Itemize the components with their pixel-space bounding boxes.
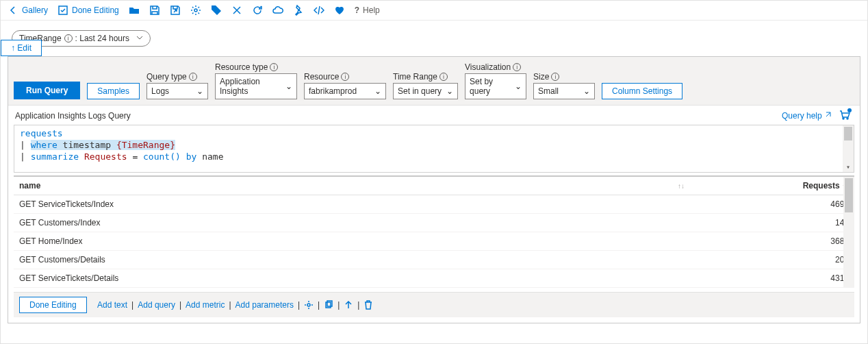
cell-name: GET Home/Index xyxy=(14,232,690,250)
cell-requests: 3685 xyxy=(690,232,854,250)
done-editing-button[interactable]: Done Editing xyxy=(19,297,87,313)
resource-field: Resourcei fabrikamprod⌄ xyxy=(304,72,386,99)
svg-point-1 xyxy=(194,9,197,12)
time-range-label: Time Range xyxy=(393,72,437,82)
chevron-down-icon: ⌄ xyxy=(374,86,381,96)
add-text-link[interactable]: Add text xyxy=(97,300,127,310)
editor-line-1: requests xyxy=(20,128,63,138)
svg-rect-6 xyxy=(327,301,332,306)
info-icon: i xyxy=(189,73,197,81)
refresh-icon[interactable] xyxy=(252,5,263,16)
table-row[interactable]: GET ServiceTickets/Details4318 xyxy=(14,269,854,288)
move-up-icon[interactable] xyxy=(344,300,353,310)
add-query-link[interactable]: Add query xyxy=(138,300,175,310)
table-row[interactable]: GET Customers/Index148 xyxy=(14,214,854,232)
gear-icon[interactable] xyxy=(304,300,314,310)
edit-button[interactable]: ↑ Edit xyxy=(1,40,42,56)
chevron-down-icon: ⌄ xyxy=(583,86,590,96)
cell-requests: 203 xyxy=(690,251,854,269)
table-row[interactable]: GET Customers/Details203 xyxy=(14,251,854,269)
query-help-link[interactable]: Query help xyxy=(782,110,832,121)
gallery-link[interactable]: Gallery xyxy=(8,5,48,16)
done-editing-label: Done Editing xyxy=(72,5,119,15)
chevron-down-icon: ⌄ xyxy=(515,82,522,91)
table-scrollbar[interactable] xyxy=(843,177,854,288)
resource-type-select[interactable]: Application Insights⌄ xyxy=(215,73,297,99)
cell-name: GET ServiceTickets/Index xyxy=(14,195,690,213)
table-row[interactable]: GET Home/Index3685 xyxy=(14,232,854,251)
svg-point-2 xyxy=(843,118,844,119)
svg-rect-5 xyxy=(326,302,331,308)
section-title: Application Insights Logs Query xyxy=(8,106,860,125)
cell-name: GET Customers/Index xyxy=(14,214,690,232)
resource-select[interactable]: fabrikamprod⌄ xyxy=(304,83,386,99)
gallery-label: Gallery xyxy=(22,5,48,15)
col-name-header[interactable]: name↑↓ xyxy=(14,177,690,195)
size-label: Size xyxy=(533,72,549,82)
heart-icon[interactable] xyxy=(334,5,345,16)
resource-type-field: Resource typei Application Insights⌄ xyxy=(215,62,297,99)
info-icon: i xyxy=(341,73,349,81)
scroll-down-icon[interactable]: ▾ xyxy=(843,161,854,172)
chevron-down-icon: ⌄ xyxy=(285,82,292,91)
table-row[interactable]: GET ServiceTickets/Index4697 xyxy=(14,195,854,214)
col-requests-header[interactable]: Requests ↑↓ xyxy=(690,177,854,195)
add-parameters-link[interactable]: Add parameters xyxy=(235,300,294,310)
table-header: name↑↓ Requests ↑↓ xyxy=(14,177,854,195)
visualization-label: Visualization xyxy=(465,62,511,72)
cloud-icon[interactable] xyxy=(272,5,283,16)
info-icon: i xyxy=(270,63,278,71)
visualization-select[interactable]: Set by query⌄ xyxy=(465,73,526,99)
cell-requests: 4318 xyxy=(690,269,854,287)
save-done-icon xyxy=(58,5,68,16)
editor-scrollbar[interactable]: ▾ xyxy=(843,125,854,172)
results-table: name↑↓ Requests ↑↓ GET ServiceTickets/In… xyxy=(14,175,854,288)
query-toolbar: Run Query Samples Query typei Logs⌄ Reso… xyxy=(8,57,860,106)
query-editor[interactable]: requests | where timestamp {TimeRange} |… xyxy=(14,125,854,173)
info-icon: i xyxy=(513,63,521,71)
time-range-field: Time Rangei Set in query⌄ xyxy=(393,72,458,99)
query-type-label: Query type xyxy=(146,72,187,82)
code-icon[interactable] xyxy=(314,5,324,16)
query-type-field: Query typei Logs⌄ xyxy=(146,72,208,99)
gear-icon[interactable] xyxy=(190,5,201,16)
trash-icon[interactable] xyxy=(363,300,373,310)
info-icon: i xyxy=(551,73,559,81)
svg-point-4 xyxy=(307,304,310,306)
query-panel: Run Query Samples Query typei Logs⌄ Reso… xyxy=(8,56,860,323)
visualization-field: Visualizationi Set by query⌄ xyxy=(465,62,526,99)
size-select[interactable]: Small⌄ xyxy=(533,83,595,99)
query-type-select[interactable]: Logs⌄ xyxy=(146,83,208,99)
sort-icon: ↑↓ xyxy=(678,182,685,190)
cart-icon[interactable] xyxy=(839,110,850,121)
cell-requests: 148 xyxy=(690,214,854,232)
footer-bar: Done Editing Add text| Add query| Add me… xyxy=(14,292,854,317)
arrow-left-icon xyxy=(8,5,18,16)
column-settings-button[interactable]: Column Settings xyxy=(602,83,682,99)
size-field: Sizei Small⌄ xyxy=(533,72,595,99)
add-metric-link[interactable]: Add metric xyxy=(186,300,225,310)
samples-button[interactable]: Samples xyxy=(87,83,140,99)
help-link[interactable]: ? Help xyxy=(355,5,380,15)
resource-type-label: Resource type xyxy=(215,62,268,72)
resource-label: Resource xyxy=(304,72,339,82)
done-editing-link[interactable]: Done Editing xyxy=(58,5,119,16)
cell-requests: 4697 xyxy=(690,195,854,213)
cell-name: GET Customers/Details xyxy=(14,251,690,269)
save-icon[interactable] xyxy=(149,5,160,16)
cell-name: GET ServiceTickets/Details xyxy=(14,269,690,287)
chevron-down-icon: ⌄ xyxy=(196,86,203,96)
top-toolbar: Gallery Done Editing ? Help xyxy=(1,1,867,21)
pin-icon[interactable] xyxy=(293,5,304,16)
svg-point-3 xyxy=(847,118,848,119)
copy-icon[interactable] xyxy=(324,300,333,310)
time-range-select[interactable]: Set in query⌄ xyxy=(393,83,458,99)
folder-icon[interactable] xyxy=(129,5,140,16)
info-icon: i xyxy=(439,73,448,81)
chevron-down-icon: ⌄ xyxy=(446,86,453,96)
save-as-icon[interactable] xyxy=(170,5,181,16)
help-label: Help xyxy=(363,5,380,15)
tag-icon[interactable] xyxy=(211,5,222,16)
run-query-button[interactable]: Run Query xyxy=(14,82,80,99)
close-x-icon[interactable] xyxy=(231,5,242,16)
